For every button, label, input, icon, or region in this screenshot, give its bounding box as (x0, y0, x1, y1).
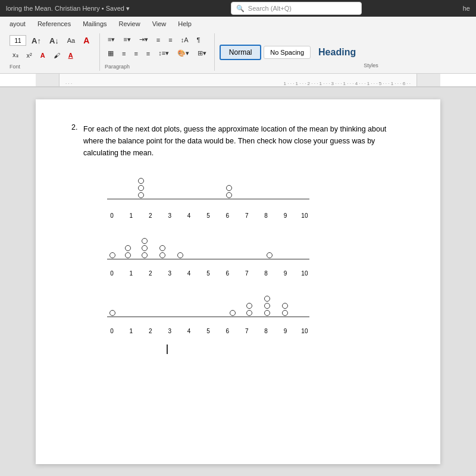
dot-p2-x9-1 (267, 252, 273, 258)
help-text: he (463, 5, 470, 12)
plot1-label-6: 6 (223, 212, 232, 219)
dot-p2-x3-2 (159, 245, 165, 251)
plot3-label-6: 6 (223, 328, 232, 334)
dot-p1-4 (226, 192, 232, 198)
dot-p3-x9-1 (264, 310, 270, 316)
menu-mailings[interactable]: Mailings (78, 19, 111, 29)
menu-row: ayout References Mailings Review View He… (0, 17, 476, 31)
line-spacing-btn[interactable]: ↕≡▾ (155, 48, 172, 58)
plot3-label-0: 0 (107, 328, 117, 334)
align-left-btn[interactable]: ≡ (154, 35, 163, 45)
title-bar-text: loring the Mean. Christian Henry • Saved… (6, 5, 130, 12)
toolbar: A↑ A↓ Aa A x₂ x² A 🖌 A Font ≡▾ ≡▾ (0, 31, 476, 74)
paragraph-section: ≡▾ ≡▾ ⇥▾ ≡ ≡ ↕A ¶ ▦ ≡ ≡ ≡ ↕≡▾ 🎨▾ ⊞▾ (100, 33, 215, 71)
dot-p2-x3-1 (159, 252, 165, 258)
plot1-label-5: 5 (203, 212, 213, 219)
plot3-label-7: 7 (242, 328, 252, 334)
plot1-label-2: 2 (146, 212, 155, 219)
dot-p1-1 (138, 192, 144, 198)
plot2-label-9: 9 (281, 270, 290, 277)
plot2-label-8: 8 (261, 270, 271, 277)
plot1-label-9: 9 (281, 212, 290, 219)
style-heading-label: Heading (318, 47, 356, 57)
style-normal[interactable]: Normal (220, 45, 261, 60)
plot2-labels: 0 1 2 3 4 5 6 7 8 9 10 (107, 270, 309, 277)
dot-p2-x2-3 (142, 238, 148, 244)
plot3-label-4: 4 (184, 328, 194, 334)
superscript-btn[interactable]: x² (24, 51, 35, 60)
dot-p2-x1-1 (125, 252, 131, 258)
style-nospacing-label: No Spacing (270, 49, 304, 56)
dot-p3-x8-2 (246, 303, 252, 309)
plot3-label-8: 8 (261, 328, 271, 334)
font-shrink-btn[interactable]: A↓ (46, 35, 62, 46)
font-size-input[interactable] (10, 35, 26, 46)
search-bar[interactable]: 🔍 Search (Alt+Q) (231, 2, 362, 15)
dot-p2-x2-2 (142, 245, 148, 251)
plot1-labels: 0 1 2 3 4 5 6 7 8 9 10 (107, 212, 309, 219)
paragraph-section-label: Paragraph (105, 64, 130, 70)
paragraph-mark-btn[interactable]: ¶ (194, 35, 203, 45)
menu-references[interactable]: References (33, 19, 76, 29)
plot2-label-4: 4 (184, 270, 194, 277)
border-btn[interactable]: ▦ (105, 48, 117, 58)
plot2-label-10: 10 (300, 270, 309, 277)
dot-plot-1: 0 1 2 3 4 5 6 7 8 9 10 (107, 168, 405, 219)
styles-section-label: Styles (364, 62, 378, 68)
search-placeholder: Search (Alt+Q) (248, 5, 292, 12)
plot1-label-0: 0 (107, 212, 117, 219)
align-center-btn[interactable]: ≡ (165, 35, 175, 45)
document-page: 2. For each of the next dot plots, guess… (36, 99, 440, 464)
menu-layout[interactable]: ayout (5, 19, 30, 29)
style-heading[interactable]: Heading (313, 44, 361, 61)
question-body: For each of the next dot plots, guess th… (83, 123, 402, 159)
dot-p1-2 (138, 185, 144, 191)
dot-p1-5 (226, 185, 232, 191)
style-normal-label: Normal (229, 48, 252, 57)
dot-plot-2-canvas (107, 228, 309, 270)
highlight-btn[interactable]: 🖌 (51, 51, 63, 60)
plot1-label-3: 3 (165, 212, 174, 219)
align-center2-btn[interactable]: ≡ (143, 49, 153, 58)
subscript-btn[interactable]: x₂ (10, 50, 21, 60)
plot2-label-1: 1 (126, 270, 136, 277)
font-grow-btn[interactable]: A↑ (29, 35, 44, 46)
font-color-btn[interactable]: A (37, 51, 48, 60)
dot-p3-x9-2 (264, 303, 270, 309)
dot-plot-1-canvas (107, 168, 309, 210)
align-right-btn[interactable]: ≡ (131, 49, 140, 58)
menu-help[interactable]: Help (173, 19, 196, 29)
shading-btn[interactable]: 🎨▾ (174, 48, 192, 58)
plot3-label-3: 3 (165, 328, 174, 334)
border2-btn[interactable]: ⊞▾ (195, 48, 209, 58)
question-number: 2. (71, 123, 83, 159)
align-justify-btn[interactable]: ≡ (119, 49, 129, 58)
sort-btn[interactable]: ↕A (178, 35, 192, 45)
font-case-btn[interactable]: Aa (64, 36, 78, 45)
menu-review[interactable]: Review (114, 19, 145, 29)
plot1-label-4: 4 (184, 212, 194, 219)
dot-p3-x9-3 (264, 296, 270, 302)
numberedlist-btn[interactable]: ≡▾ (120, 35, 133, 45)
dot-p3-x10-1 (282, 310, 288, 316)
dot-p1-3 (138, 178, 144, 184)
ribbon: ayout References Mailings Review View He… (0, 17, 476, 87)
plot3-label-1: 1 (126, 328, 136, 334)
plot2-label-0: 0 (107, 270, 117, 277)
plot1-label-7: 7 (242, 212, 252, 219)
menu-view[interactable]: View (148, 19, 171, 29)
list-btn[interactable]: ≡▾ (105, 35, 118, 45)
dot-p2-x4-1 (177, 252, 183, 258)
dot-p2-x1-2 (125, 245, 131, 251)
ruler: · · · 1 · · · 1 · · · 2 · · · 1 · · · 3 … (0, 74, 476, 87)
style-nospacing[interactable]: No Spacing (264, 46, 311, 59)
plot2-label-5: 5 (203, 270, 213, 277)
indent-btn[interactable]: ⇥▾ (136, 35, 151, 45)
title-bar: loring the Mean. Christian Henry • Saved… (0, 0, 476, 17)
underline-color-btn[interactable]: A (65, 51, 76, 60)
plot1-label-8: 8 (261, 212, 271, 219)
plot3-label-10: 10 (300, 328, 309, 334)
font-style-btn[interactable]: A (80, 35, 92, 46)
dot-p3-x10-2 (282, 303, 288, 309)
plot3-label-9: 9 (281, 328, 290, 334)
